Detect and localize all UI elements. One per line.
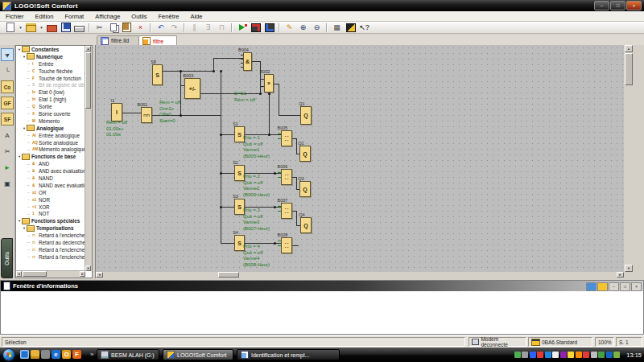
menu-fene-tre[interactable]: Fenêtre (153, 13, 185, 20)
internet-explorer-icon[interactable]: e (52, 350, 60, 359)
tree-item-retard-a-l-enclenchement-de-clenchement[interactable]: ‒⊓Retard à l'enclenchement/déclenchement (16, 246, 85, 253)
simulation-button[interactable] (236, 23, 248, 33)
tree-item-fonctions-de-base[interactable]: ▼Fonctions de base (16, 153, 85, 160)
tree-item-fonctions-spe-ciales[interactable]: ▼Fonctions spéciales (16, 217, 85, 224)
tree-item-retard-a-l-enclenchement[interactable]: ‒⊓Retard à l'enclenchement (16, 232, 85, 239)
tray-signal-icon[interactable] (514, 352, 521, 358)
scroll-thumb[interactable] (625, 53, 633, 85)
pen-button[interactable]: ✎ (283, 23, 295, 33)
cut-button[interactable]: ✂ (93, 23, 105, 33)
tray-sync-icon[interactable] (598, 352, 605, 358)
online-test-tool[interactable]: ▣ (1, 177, 14, 190)
tree-item-xor[interactable]: ‒=1XOR (16, 204, 85, 211)
info-restore-button[interactable]: □ (620, 282, 630, 291)
tree-item-sortie[interactable]: ‒QSortie (16, 103, 85, 110)
tree-item-nor[interactable]: ‒≥1NOR (16, 196, 85, 204)
menu-edition[interactable]: Edition (30, 13, 60, 20)
task-logo-soft-comfort[interactable]: LOGO!Soft Comfort (163, 349, 233, 360)
tray-lightning-icon[interactable] (568, 352, 574, 358)
block-q1[interactable]: Q1Q (300, 106, 312, 125)
messenger-icon[interactable] (41, 350, 50, 359)
scroll-thumb[interactable] (23, 271, 47, 277)
menu-affichage[interactable]: Affichage (89, 13, 126, 20)
tree-horizontal-scrollbar[interactable]: ◄ ► (16, 270, 85, 278)
tray-battery-icon[interactable] (613, 352, 620, 358)
tray-stop-icon[interactable] (583, 352, 589, 358)
tree-item-bit-de-registre-de-de-calage[interactable]: ‒SBit de registre de décalage (16, 81, 85, 88)
tray-app1-icon[interactable] (560, 352, 567, 358)
context-help-button[interactable]: ↖? (358, 23, 370, 33)
copy-button[interactable] (107, 23, 119, 33)
scroll-down-icon[interactable]: ▼ (625, 265, 633, 272)
scroll-thumb[interactable] (218, 272, 239, 278)
tray-bluetooth-icon[interactable] (530, 352, 536, 358)
info-pen-icon[interactable] (597, 282, 608, 291)
canvas-vertical-scrollbar[interactable]: ▲ ▼ (624, 45, 633, 272)
scroll-right-icon[interactable]: ► (617, 272, 624, 278)
tray-alert-icon[interactable] (537, 352, 543, 358)
split-connection-tool[interactable]: ✂ (1, 145, 14, 158)
tray-volume-icon[interactable] (591, 352, 597, 358)
tree-item-retard-au-de-clenchement[interactable]: ‒⊓Retard au déclenchement (16, 239, 85, 246)
tree-item-me-mento-analogique[interactable]: ‒AMMémento analogique (16, 146, 85, 153)
scroll-down-icon[interactable]: ▼ (85, 265, 91, 271)
tree-item-sortie-analogique[interactable]: ‒AQSortie analogique (16, 139, 85, 146)
tray-antivirus-icon[interactable] (576, 352, 582, 358)
tree-item-analogique[interactable]: ▼Analogique (16, 125, 85, 132)
align-auto-button[interactable]: ⊓ (216, 23, 228, 33)
info-tool-icon[interactable] (586, 282, 597, 291)
tray-app2-icon[interactable] (606, 352, 613, 358)
tree-item-and-avec-e-valuation-du-front[interactable]: ‒&AND avec évaluation du front (16, 167, 85, 175)
tree-item-me-mento[interactable]: ‒MMémento (16, 117, 85, 125)
tree-item-and[interactable]: ‒&AND (16, 160, 85, 167)
menu-outils[interactable]: Outils (126, 13, 152, 20)
new-dropdown[interactable]: ▾ (18, 23, 23, 33)
tree-item-borne-ouverte[interactable]: ‒XBorne ouverte (16, 110, 85, 117)
task-besm-alah-g[interactable]: BESM ALAH (G:) (97, 349, 159, 360)
outils-side-tab[interactable]: Outils (1, 238, 13, 278)
tab-filtre-lld[interactable]: filtre.lld (97, 35, 145, 45)
tree-item-constantes[interactable]: ▼Constantes (16, 46, 85, 53)
scroll-right-icon[interactable]: ► (80, 271, 85, 277)
block-q2[interactable]: Q2Q (299, 146, 311, 162)
tree-item-retard-a-l-enclenchement-me-morise[interactable]: ‒⊓Retard à l'enclenchement mémorisé (16, 253, 85, 261)
tree-item-etat-1-high[interactable]: ‒hiEtat 1 (high) (16, 96, 85, 103)
redo-button[interactable]: ↷ (168, 23, 180, 33)
zoom-out-button[interactable]: ⊖ (311, 23, 323, 33)
connector-tool[interactable]: └ (1, 64, 14, 77)
align-vertical-button[interactable]: ∥ (188, 23, 200, 33)
minimize-button[interactable]: – (594, 1, 609, 10)
block-b001[interactable]: B001⊓⊓ (141, 107, 152, 123)
task-identification-et-rempl[interactable]: Identification et rempl... (237, 349, 340, 360)
block-q4[interactable]: Q4Q (300, 217, 312, 233)
align-horizontal-button[interactable]: ∃ (202, 23, 214, 33)
block-b008[interactable]: B008- - - - (281, 237, 292, 253)
menu-aide[interactable]: Aide (184, 13, 208, 20)
tree-item-nume-rique[interactable]: ▼Numérique (16, 53, 85, 60)
firefox-icon[interactable]: F (72, 350, 81, 359)
paste-button[interactable] (121, 23, 133, 33)
close-button[interactable]: × (626, 1, 642, 10)
menu-format[interactable]: Format (59, 13, 89, 20)
tree-item-temporisations[interactable]: ▼Temporisations (16, 224, 85, 232)
tree-item-nand[interactable]: ‒&NAND (16, 175, 85, 182)
block-i1[interactable]: I1I (111, 103, 122, 121)
folder-icon[interactable] (31, 350, 39, 359)
tree-item-touche-de-fonction[interactable]: ‒FTouche de fonction (16, 75, 85, 82)
scroll-up-icon[interactable]: ▲ (85, 46, 91, 51)
block-q3[interactable]: Q3Q (299, 181, 311, 197)
block-b004[interactable]: B004& (243, 52, 252, 71)
tree-item-nand-avec-e-valuation-du-front[interactable]: ‒&NAND avec évaluation du front (16, 182, 85, 189)
info-close-button[interactable]: × (631, 282, 642, 291)
simulation-tool[interactable]: ► (1, 161, 14, 174)
maximize-button[interactable]: □ (610, 1, 625, 10)
constants-tool[interactable]: Co (1, 80, 14, 93)
save-button[interactable] (60, 23, 72, 33)
undo-button[interactable]: ↶ (155, 23, 167, 33)
menu-fichier[interactable]: Fichier (0, 13, 30, 20)
delete-button[interactable]: × (134, 23, 147, 33)
scroll-left-icon[interactable]: ◄ (96, 272, 103, 278)
parameters-button[interactable] (345, 23, 357, 33)
scroll-left-icon[interactable]: ◄ (16, 271, 22, 277)
tree-item-entre-e-analogique[interactable]: ‒AIEntrée analogique (16, 132, 85, 139)
